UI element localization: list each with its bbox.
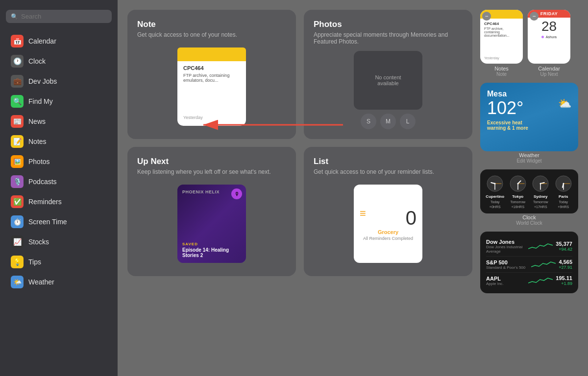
weather-widget[interactable]: Mesa 102° ⛅ Excessive heat warning & 1 m… <box>480 83 578 151</box>
sidebar-item-findmy[interactable]: 🔍 Find My <box>3 92 115 111</box>
calendar-remove-button[interactable]: − <box>530 12 539 21</box>
upnext-widget-desc: Keep listening where you left off or see… <box>137 168 286 175</box>
sidebar-label-calendar: Calendar <box>28 37 56 45</box>
stocks-container: Dow Jones Dow Jones Industrial Average 3… <box>480 232 578 293</box>
sidebar-icon-tips: 💡 <box>11 256 24 268</box>
sidebar-icon-podcasts: 🎙️ <box>11 175 24 188</box>
stock-row-s-p-500[interactable]: S&P 500 Standard & Poor's 500 4,565 +27.… <box>486 257 572 273</box>
photos-widget-card[interactable]: Photos Appreciate special moments throug… <box>304 10 472 139</box>
stock-chart <box>531 259 556 269</box>
photos-no-content: No content available <box>354 51 422 110</box>
main-area: Note Get quick access to one of your not… <box>118 0 588 376</box>
weather-alert: Excessive heat warning & 1 more <box>487 120 571 131</box>
note-widget-content: CPC464 FTP archive, containing emulators… <box>137 44 286 129</box>
sidebar-item-clock[interactable]: 🕐 Clock <box>3 51 115 71</box>
stock-price: 195.11 <box>556 275 572 281</box>
sidebar-item-reminders[interactable]: ✅ Reminders <box>3 192 115 212</box>
note-widget-card[interactable]: Note Get quick access to one of your not… <box>127 10 296 139</box>
note-preview: CPC464 FTP archive, containing emulators… <box>177 47 246 126</box>
weather-wrapper: − Mesa 102° ⛅ Excessive heat warning & 1… <box>480 83 578 151</box>
sidebar-icon-news: 📰 <box>11 115 24 128</box>
sidebar-label-devjobs: Dev Jobs <box>28 77 57 85</box>
stock-name: Dow Jones <box>486 239 525 245</box>
weather-icon: ⛅ <box>558 97 571 110</box>
sidebar-item-news[interactable]: 📰 News <box>3 112 115 131</box>
stock-left: S&P 500 Standard & Poor's 500 <box>486 259 528 270</box>
calendar-day-num: 28 <box>541 20 557 33</box>
notes-small-date: Yesterday <box>484 56 519 60</box>
sidebar-item-photos[interactable]: 🖼️ Photos <box>3 152 115 171</box>
list-preview: ≡ 0 Grocery All Reminders Completed <box>354 185 422 263</box>
clock-city-offset: +16HRS <box>511 205 524 209</box>
stocks-widget[interactable]: Dow Jones Dow Jones Industrial Average 3… <box>480 232 578 293</box>
sidebar-item-stocks[interactable]: 📈 Stocks <box>3 232 115 252</box>
clock-city-day: Tomorrow <box>510 200 525 204</box>
podcasts-icon: 🎙 <box>231 188 242 199</box>
sidebar-item-devjobs[interactable]: 💼 Dev Jobs <box>3 71 115 91</box>
podcasts-ep-label: SAVED <box>182 242 241 246</box>
sidebar-item-tips[interactable]: 💡 Tips <box>3 252 115 272</box>
photos-widget-title: Photos <box>314 20 463 29</box>
search-bar[interactable]: 🔍 <box>6 10 112 23</box>
sidebar-item-weather[interactable]: 🌤️ Weather <box>3 272 115 292</box>
search-input[interactable] <box>21 13 107 20</box>
sidebar-label-screentime: Screen Time <box>28 218 67 226</box>
sidebar-icon-devjobs: 💼 <box>11 75 24 88</box>
note-preview-header <box>177 47 246 61</box>
stock-full: Apple Inc. <box>486 282 525 286</box>
stock-row-aapl[interactable]: AAPL Apple Inc. 195.11 +1.89 <box>486 273 572 288</box>
list-icon: ≡ <box>360 207 366 220</box>
sidebar-item-podcasts[interactable]: 🎙️ Podcasts <box>3 172 115 191</box>
clock-widget[interactable]: Cupertino Today +0HRS Tokyo Tomorrow +16… <box>480 169 578 213</box>
clock-city-name: Sydney <box>534 194 547 199</box>
svg-point-11 <box>517 183 518 185</box>
list-widget-title: List <box>314 157 463 166</box>
clock-city-cupertino: Cupertino Today +0HRS <box>486 174 504 209</box>
sidebar-item-screentime[interactable]: ⏱️ Screen Time <box>3 212 115 232</box>
sidebar-item-calendar[interactable]: 📅 Calendar <box>3 31 115 51</box>
stock-left: Dow Jones Dow Jones Industrial Average <box>486 239 525 254</box>
list-sub: All Reminders Completed <box>363 236 413 241</box>
right-panel: − CPC464 FTP archive, containing documen… <box>480 10 578 366</box>
sidebar-label-news: News <box>28 118 46 125</box>
clock-widget-label: Clock World Clock <box>480 214 578 226</box>
clock-face-tokyo <box>509 174 527 193</box>
stock-change: +94.42 <box>556 247 572 252</box>
size-m-button[interactable]: M <box>380 114 396 129</box>
clock-face-paris <box>554 174 573 193</box>
note-preview-date: Yesterday <box>183 115 240 120</box>
upnext-widget-title: Up Next <box>137 157 286 166</box>
stock-row-dow-jones[interactable]: Dow Jones Dow Jones Industrial Average 3… <box>486 236 572 257</box>
sidebar-icon-calendar: 📅 <box>11 35 24 47</box>
podcasts-show: PHOENIX HELIX <box>182 189 228 194</box>
list-widget-card[interactable]: List Get quick access to one of your rem… <box>304 147 472 276</box>
calendar-widget-label: Calendar Up Next <box>538 66 560 77</box>
note-widget-desc: Get quick access to one of your notes. <box>137 31 286 38</box>
stock-chart <box>528 276 553 285</box>
size-s-button[interactable]: S <box>361 114 376 129</box>
clock-container: − Cupertino Today +0HRS Tokyo Tomorrow +… <box>480 169 578 226</box>
note-preview-body: FTP archive, containing emulators, docu.… <box>183 73 240 115</box>
list-widget-desc: Get quick access to one of your reminder… <box>314 168 463 175</box>
svg-point-6 <box>494 183 496 185</box>
stock-change: +1.89 <box>556 281 572 286</box>
sidebar-icon-photos: 🖼️ <box>11 155 24 168</box>
upnext-widget-card[interactable]: Up Next Keep listening where you left of… <box>127 147 296 276</box>
clock-city-tokyo: Tokyo Tomorrow +16HRS <box>509 174 527 209</box>
search-icon: 🔍 <box>11 13 18 20</box>
sidebar-icon-screentime: ⏱️ <box>11 215 24 228</box>
clock-city-offset: +0HRS <box>490 205 501 209</box>
small-widgets-row: − CPC464 FTP archive, containing documen… <box>480 10 578 77</box>
podcasts-preview: 🎙 PHOENIX HELIX SAVED Episode 14: Healin… <box>177 185 246 263</box>
notes-remove-button[interactable]: − <box>482 12 491 21</box>
sidebar: 🔍 📅 Calendar 🕐 Clock 💼 Dev Jobs 🔍 Find M… <box>0 0 118 376</box>
sidebar-icon-clock: 🕐 <box>11 55 24 68</box>
stock-price: 35,377 <box>556 241 572 247</box>
sidebar-icon-stocks: 📈 <box>11 235 24 248</box>
sidebar-item-notes[interactable]: 📝 Notes <box>3 132 115 151</box>
clock-city-sydney: Sydney Tomorrow +17HRS <box>531 174 550 209</box>
list-count: 0 <box>406 207 416 229</box>
photos-widget-desc: Appreciate special moments through Memor… <box>314 31 463 45</box>
size-l-button[interactable]: L <box>400 114 416 129</box>
sidebar-icon-findmy: 🔍 <box>11 95 24 108</box>
